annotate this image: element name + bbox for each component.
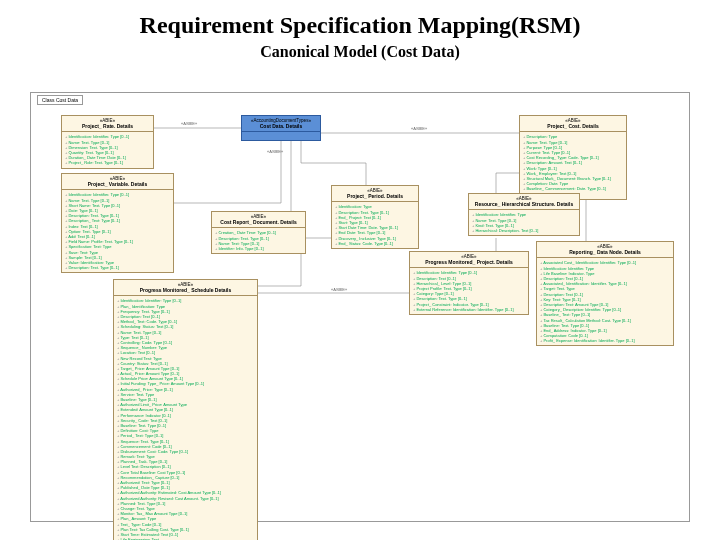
diagram-canvas: Class Cost Data «ASBIE» «ASBIE» «ASBIE» … — [30, 92, 690, 522]
attrs-variable: Identification: Identifier. Type [0..1]N… — [62, 190, 173, 272]
class-cost-report-document: «ABIE»Cost Report_ Document. Details Cre… — [211, 211, 306, 254]
svg-text:«ASBIE»: «ASBIE» — [267, 149, 284, 154]
class-progress-project: «ABIE»Progress Monitored_ Project. Detai… — [409, 251, 529, 315]
attrs-period: Identification: TypeDescription: Text. T… — [332, 202, 418, 248]
class-project-rate: «ABIE»Project_ Rate. Details Identificat… — [61, 115, 154, 169]
attribute-item: End_ Status: Code. Type [0..1] — [335, 241, 415, 246]
svg-text:«ASBIE»: «ASBIE» — [411, 126, 428, 131]
attrs-progress: Identification: Identifier. Type [0..1]D… — [410, 268, 528, 314]
attribute-item: Project_ Role: Text. Type [0..1] — [65, 160, 150, 165]
page-subtitle: Canonical Model (Cost Data) — [0, 39, 720, 61]
class-project-cost: «ABIE»Project_ Cost. Details Description… — [519, 115, 627, 200]
class-project-variable: «ABIE»Project_ Variable. Details Identif… — [61, 173, 174, 273]
attrs-schedule: Identification: Identifier: Type [0..1]P… — [114, 296, 257, 540]
class-progress-schedule: «ABIE»Progress Monitored_ Schedule Detai… — [113, 279, 258, 540]
attribute-item: Profit_ Expense: Identification: Identif… — [540, 338, 670, 343]
class-project-period: «ABIE»Project_ Period. Details Identific… — [331, 185, 419, 249]
page-title: Requirement Specification Mapping(RSM) — [0, 0, 720, 39]
attrs-cost: Description: TypeName: Text. Type [0..1]… — [520, 132, 626, 198]
attrs-document: Creation_ Date Time: Type [0..1]Descript… — [212, 228, 305, 253]
class-cost-data-root: «AccountingDocumentTypes»Cost Data. Deta… — [241, 115, 321, 141]
attribute-item: Hierarchical: Description. Text [0..1] — [472, 228, 576, 233]
attrs-rate: Identification: Identifier. Type [0..1]N… — [62, 132, 153, 167]
attrs-reporting: Associated Cost_ Identification: Identif… — [537, 258, 673, 345]
attribute-item: Description: Text. Type [0..1] — [65, 265, 170, 270]
class-reporting-data-node: «ABIE»Reporting_ Data Node. Details Asso… — [536, 241, 674, 346]
svg-text:«ASBIE»: «ASBIE» — [181, 121, 198, 126]
attribute-item: External Reference: Identification: Iden… — [413, 307, 525, 312]
svg-text:«ASBIE»: «ASBIE» — [331, 287, 348, 292]
attribute-item: Identifier: Info. Type [0..1] — [215, 246, 302, 251]
class-resource-breakdown: «ABIE»Resource_ Hierarchical Structure. … — [468, 193, 580, 236]
attrs-breakdown: Identification: Identifier. TypeName: Te… — [469, 210, 579, 235]
canvas-tag: Class Cost Data — [37, 95, 83, 105]
